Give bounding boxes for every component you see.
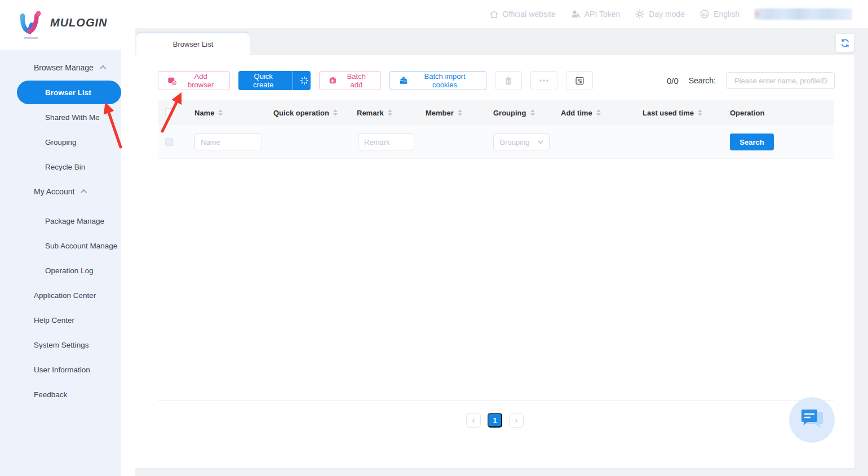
sort-icon[interactable] xyxy=(698,109,702,116)
select-all-checkbox[interactable] xyxy=(165,108,173,116)
sidebar-item-label: Help Center xyxy=(34,316,74,324)
sidebar-group-browser-manage[interactable]: Browser Manage xyxy=(0,55,121,80)
layout-gutter xyxy=(121,28,135,476)
quick-create-button[interactable]: Quick create xyxy=(238,71,311,90)
sidebar-item-operation-log[interactable]: Operation Log xyxy=(0,258,121,283)
more-actions-button[interactable] xyxy=(530,71,557,90)
chevron-up-icon xyxy=(81,189,87,195)
chevron-down-icon xyxy=(538,140,543,144)
sidebar-item-help-center[interactable]: Help Center xyxy=(0,308,121,332)
filter-remark-input[interactable] xyxy=(358,134,414,150)
column-header-last-used-time[interactable]: Last used time xyxy=(643,100,702,125)
delete-selected-button[interactable] xyxy=(495,71,522,90)
sliders-icon xyxy=(575,76,584,86)
column-header-grouping[interactable]: Grouping xyxy=(493,100,535,125)
quick-create-sparkle-button[interactable] xyxy=(298,76,311,85)
sidebar-item-label: Feedback xyxy=(34,390,67,399)
home-icon xyxy=(489,10,499,19)
batch-add-icon xyxy=(329,76,337,85)
topbar-api-token[interactable]: API Token xyxy=(570,9,621,19)
chevron-up-icon xyxy=(100,65,106,72)
batch-import-cookies-button[interactable]: Batch import cookies xyxy=(389,71,486,90)
topbar-label: Official website xyxy=(503,10,556,19)
sidebar-item-package-manage[interactable]: Package Manage xyxy=(0,208,121,233)
pagination-next-button[interactable]: › xyxy=(509,413,524,428)
column-settings-button[interactable] xyxy=(566,71,593,90)
column-header-remark[interactable]: Remark xyxy=(357,100,392,125)
sidebar-item-application-center[interactable]: Application Center xyxy=(0,283,121,308)
sidebar-group-label: My Account xyxy=(34,187,74,196)
pagination-prev-button[interactable]: ‹ xyxy=(466,413,481,428)
sidebar-item-label: Sub Account Manage xyxy=(45,242,117,250)
column-header-name[interactable]: Name xyxy=(194,100,223,125)
sidebar-group-label: Browser Manage xyxy=(34,63,94,72)
add-browser-button[interactable]: Add browser xyxy=(158,71,230,90)
pagination-page-1[interactable]: 1 xyxy=(488,413,502,428)
tab-browser-list[interactable]: Browser List xyxy=(136,32,250,55)
sort-icon[interactable] xyxy=(218,109,223,116)
column-header-quick-operation[interactable]: Quick operation xyxy=(273,100,338,125)
sidebar-item-recycle-bin[interactable]: Recycle Bin xyxy=(0,154,121,179)
sidebar-item-shared-with-me[interactable]: Shared With Me xyxy=(0,105,121,130)
sidebar: Browser Manage Browser List Shared With … xyxy=(0,50,121,476)
sort-icon[interactable] xyxy=(530,109,535,116)
sort-icon[interactable] xyxy=(458,109,462,116)
tab-label: Browser List xyxy=(173,40,214,48)
batch-import-cookies-label: Batch import cookies xyxy=(413,72,477,89)
global-search-box[interactable] xyxy=(726,72,835,89)
search-label: Search: xyxy=(689,76,716,85)
filter-search-button[interactable]: Search xyxy=(730,134,774,150)
sidebar-item-user-information[interactable]: User Information xyxy=(0,357,121,382)
filter-row-checkbox[interactable] xyxy=(165,138,173,146)
logo-panel: MULOGIN xyxy=(0,0,121,50)
sort-icon[interactable] xyxy=(596,109,601,116)
brand-logo[interactable]: MULOGIN xyxy=(19,9,107,36)
column-header-member[interactable]: Member xyxy=(426,100,462,125)
sidebar-item-sub-account-manage[interactable]: Sub Account Manage xyxy=(0,233,121,258)
column-label: Member xyxy=(426,109,454,117)
filter-grouping-select[interactable]: Grouping xyxy=(493,134,550,150)
logo-underline xyxy=(24,37,38,39)
table-header: Name Quick operation Remark Member Group… xyxy=(158,100,834,125)
column-label: Quick operation xyxy=(273,109,329,117)
column-label: Grouping xyxy=(493,109,526,117)
toolbar-right: 0/0 Search: xyxy=(667,72,835,89)
refresh-button[interactable] xyxy=(836,34,854,52)
topbar-label: English xyxy=(714,10,739,19)
column-header-operation: Operation xyxy=(730,100,764,125)
batch-add-button[interactable]: Batch add xyxy=(319,71,381,90)
pagination: ‹ 1 › xyxy=(135,413,854,428)
sidebar-item-label: User Information xyxy=(34,366,90,374)
selection-counter: 0/0 xyxy=(667,76,679,86)
sun-icon xyxy=(635,9,645,19)
mulogin-logo-icon xyxy=(19,9,45,36)
topbar-language[interactable]: En English xyxy=(699,9,739,19)
topbar-label: API Token xyxy=(584,10,621,19)
topbar-label: Day mode xyxy=(649,10,685,19)
filter-name-input[interactable] xyxy=(194,134,262,150)
sidebar-group-my-account[interactable]: My Account xyxy=(0,179,121,204)
topbar-day-mode[interactable]: Day mode xyxy=(635,9,685,19)
batch-add-label: Batch add xyxy=(342,72,371,89)
support-chat-button[interactable] xyxy=(789,397,835,443)
global-search-input[interactable] xyxy=(734,77,834,85)
globe-en-icon: En xyxy=(699,9,710,19)
column-header-add-time[interactable]: Add time xyxy=(561,100,601,125)
sidebar-item-browser-list[interactable]: Browser List xyxy=(17,81,121,104)
sort-icon[interactable] xyxy=(388,109,392,116)
column-label: Add time xyxy=(561,109,592,117)
ellipsis-icon xyxy=(539,79,549,82)
sidebar-item-system-settings[interactable]: System Settings xyxy=(0,332,121,357)
sidebar-item-label: Shared With Me xyxy=(45,113,100,122)
account-redacted[interactable] xyxy=(754,8,852,20)
sidebar-item-label: System Settings xyxy=(34,341,89,349)
topbar-official-website[interactable]: Official website xyxy=(489,10,556,19)
filter-row: Grouping Search xyxy=(158,125,834,159)
sort-icon[interactable] xyxy=(333,109,338,116)
sidebar-item-label: Package Manage xyxy=(45,217,104,225)
add-browser-label: Add browser xyxy=(181,72,220,89)
sidebar-item-feedback[interactable]: Feedback xyxy=(0,382,121,407)
column-label: Name xyxy=(194,109,214,117)
chat-bubbles-icon xyxy=(798,407,826,433)
sidebar-item-grouping[interactable]: Grouping xyxy=(0,130,121,154)
